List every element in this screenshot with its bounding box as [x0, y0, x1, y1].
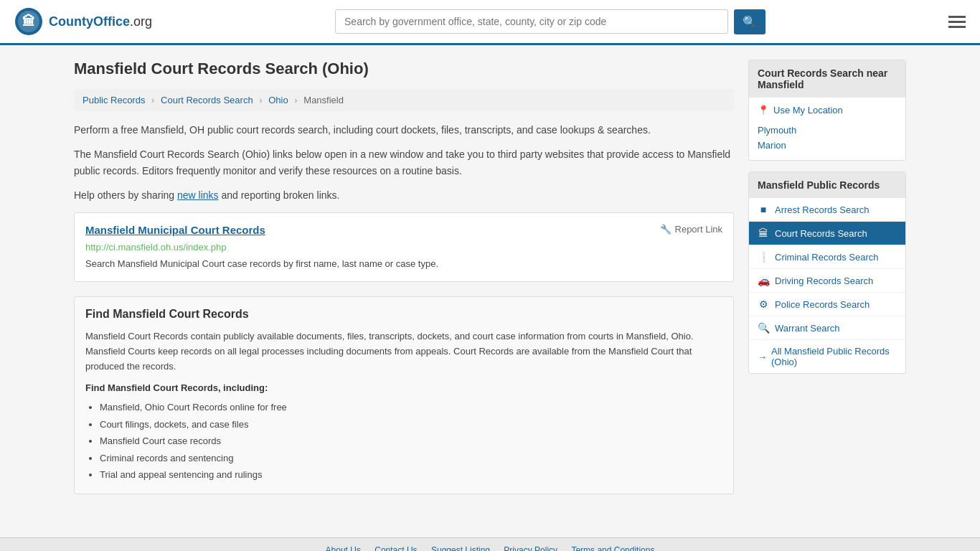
nearby-header: Court Records Search near Mansfield: [749, 60, 905, 98]
all-public-records-link[interactable]: → All Mansfield Public Records (Ohio): [749, 340, 905, 373]
sidebar: Court Records Search near Mansfield 📍 Us…: [748, 60, 906, 509]
help-text: Help others by sharing new links and rep…: [74, 187, 734, 203]
search-input[interactable]: [335, 9, 728, 34]
list-item: Criminal records and sentencing: [100, 450, 722, 466]
criminal-icon: ❕: [758, 251, 769, 263]
record-card: Mansfield Municipal Court Records 🔧 Repo…: [74, 212, 734, 283]
report-label: Report Link: [675, 224, 722, 235]
nearby-body: 📍 Use My Location Plymouth Marion: [749, 98, 905, 160]
list-item: Mansfield Court case records: [100, 433, 722, 449]
breadcrumb-ohio[interactable]: Ohio: [268, 95, 288, 105]
sidebar-driving-records[interactable]: 🚗 Driving Records Search: [749, 269, 905, 293]
public-records-header: Mansfield Public Records: [749, 172, 905, 198]
logo-icon: 🏛: [14, 7, 43, 36]
driving-icon: 🚗: [758, 275, 769, 286]
nearby-city-plymouth[interactable]: Plymouth: [758, 123, 897, 138]
use-my-location-button[interactable]: 📍 Use My Location: [758, 105, 843, 116]
menu-line-1: [948, 16, 966, 18]
arrow-icon: →: [758, 352, 767, 362]
court-icon: 🏛: [758, 227, 769, 239]
content-area: Mansfield Court Records Search (Ohio) Pu…: [74, 60, 734, 509]
police-icon: ⚙: [758, 298, 769, 310]
sidebar-police-records[interactable]: ⚙ Police Records Search: [749, 293, 905, 316]
record-card-header: Mansfield Municipal Court Records 🔧 Repo…: [85, 224, 722, 236]
logo-text: CountyOffice.org: [49, 14, 152, 29]
detail-text: The Mansfield Court Records Search (Ohio…: [74, 146, 734, 179]
header: 🏛 CountyOffice.org 🔍: [0, 0, 980, 45]
list-item: Mansfield, Ohio Court Records online for…: [100, 399, 722, 415]
breadcrumb-sep-3: ›: [294, 95, 297, 105]
breadcrumb-court-records-search[interactable]: Court Records Search: [161, 95, 253, 105]
find-section: Find Mansfield Court Records Mansfield C…: [74, 296, 734, 494]
new-links-link[interactable]: new links: [177, 189, 219, 201]
record-desc: Search Mansfield Municipal Court case re…: [85, 257, 722, 271]
find-title: Find Mansfield Court Records: [85, 308, 722, 321]
intro-text: Perform a free Mansfield, OH public cour…: [74, 122, 734, 138]
menu-line-2: [948, 21, 966, 23]
police-records-label: Police Records Search: [775, 299, 870, 310]
menu-line-3: [948, 26, 966, 28]
search-area: 🔍: [335, 9, 765, 34]
warrant-search-label: Warrant Search: [775, 323, 840, 334]
sidebar-warrant-search[interactable]: 🔍 Warrant Search: [749, 316, 905, 340]
list-item: Court filings, dockets, and case files: [100, 416, 722, 433]
sidebar-arrest-records[interactable]: ■ Arrest Records Search: [749, 198, 905, 222]
footer-suggest[interactable]: Suggest Listing: [431, 545, 490, 551]
footer: About Us Contact Us Suggest Listing Priv…: [0, 537, 980, 551]
list-item: Trial and appeal sentencing and rulings: [100, 466, 722, 483]
breadcrumb-sep-1: ›: [151, 95, 154, 105]
sidebar-court-records[interactable]: 🏛 Court Records Search: [749, 222, 905, 245]
find-subtitle: Find Mansfield Court Records, including:: [85, 382, 722, 393]
footer-contact[interactable]: Contact Us: [374, 545, 417, 551]
footer-terms[interactable]: Terms and Conditions: [571, 545, 654, 551]
logo-area: 🏛 CountyOffice.org: [14, 7, 152, 36]
find-list: Mansfield, Ohio Court Records online for…: [85, 399, 722, 483]
court-records-label: Court Records Search: [775, 228, 867, 239]
hamburger-menu-button[interactable]: [948, 16, 966, 28]
report-link[interactable]: 🔧 Report Link: [660, 224, 722, 235]
report-icon: 🔧: [660, 224, 672, 235]
criminal-records-label: Criminal Records Search: [775, 252, 879, 263]
footer-privacy[interactable]: Privacy Policy: [504, 545, 557, 551]
warrant-icon: 🔍: [758, 322, 769, 334]
search-button[interactable]: 🔍: [734, 9, 765, 34]
main-container: Mansfield Court Records Search (Ohio) Pu…: [60, 45, 920, 523]
nearby-section: Court Records Search near Mansfield 📍 Us…: [748, 60, 906, 161]
public-records-section: Mansfield Public Records ■ Arrest Record…: [748, 171, 906, 374]
page-title: Mansfield Court Records Search (Ohio): [74, 60, 734, 78]
use-my-location-label: Use My Location: [773, 105, 843, 116]
location-icon: 📍: [758, 105, 769, 116]
breadcrumb: Public Records › Court Records Search › …: [74, 89, 734, 111]
sidebar-criminal-records[interactable]: ❕ Criminal Records Search: [749, 245, 905, 269]
footer-about[interactable]: About Us: [326, 545, 361, 551]
svg-text:🏛: 🏛: [22, 14, 35, 29]
record-title-link[interactable]: Mansfield Municipal Court Records: [85, 224, 265, 236]
nearby-city-marion[interactable]: Marion: [758, 138, 897, 153]
breadcrumb-sep-2: ›: [259, 95, 262, 105]
breadcrumb-public-records[interactable]: Public Records: [83, 95, 145, 105]
find-desc: Mansfield Court Records contain publicly…: [85, 329, 722, 374]
all-records-label: All Mansfield Public Records (Ohio): [771, 346, 897, 367]
arrest-records-label: Arrest Records Search: [775, 204, 870, 215]
driving-records-label: Driving Records Search: [775, 276, 873, 286]
breadcrumb-mansfield: Mansfield: [303, 95, 344, 105]
arrest-icon: ■: [758, 204, 769, 215]
record-url[interactable]: http://ci.mansfield.oh.us/index.php: [85, 242, 722, 253]
